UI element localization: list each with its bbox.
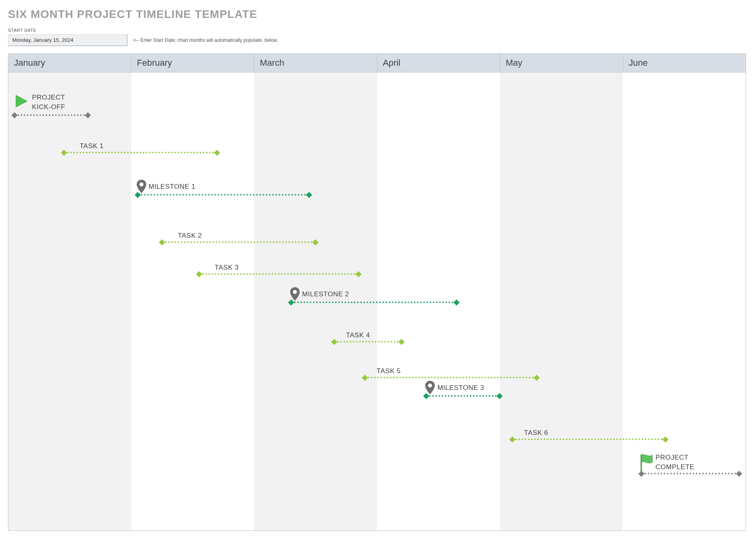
item-milestone3: MILESTONE 3 (426, 395, 500, 397)
chart-body: PROJECT KICK-OFF TASK 1 MILESTONE 1 TASK… (8, 72, 746, 531)
play-icon (14, 94, 29, 109)
milestone3-label: MILESTONE 3 (437, 384, 484, 392)
item-task4: TASK 4 (334, 331, 402, 343)
timeline-chart: January February March April May June PR… (8, 53, 746, 531)
svg-point-2 (293, 290, 297, 294)
month-may: May (500, 54, 623, 72)
kickoff-label-1: PROJECT (32, 94, 65, 102)
start-date-label: START DATE (8, 28, 746, 33)
task5-label: TASK 5 (377, 367, 537, 375)
item-complete: PROJECT COMPLETE (641, 473, 740, 474)
milestone2-label: MILESTONE 2 (302, 290, 349, 298)
item-task2: TASK 2 (162, 232, 315, 243)
month-june: June (623, 54, 746, 72)
start-date-hint: <-- Enter Start Date; chart months will … (133, 37, 278, 43)
kickoff-label-2: KICK-OFF (32, 103, 65, 111)
complete-label-2: COMPLETE (656, 463, 695, 471)
item-task1: TASK 1 (64, 142, 217, 153)
task3-label: TASK 3 (215, 264, 359, 272)
page-title: SIX MONTH PROJECT TIMELINE TEMPLATE (8, 8, 746, 21)
complete-label-1: PROJECT (656, 454, 695, 462)
start-date-input[interactable] (8, 34, 128, 46)
month-january: January (8, 54, 132, 72)
month-march: March (254, 54, 377, 72)
item-task6: TASK 6 (512, 429, 666, 440)
item-milestone1: MILESTONE 1 (137, 194, 310, 196)
month-header: January February March April May June (8, 54, 746, 72)
item-milestone2: MILESTONE 2 (291, 302, 457, 303)
svg-point-3 (428, 384, 432, 388)
task4-label: TASK 4 (346, 331, 402, 339)
start-date-row: <-- Enter Start Date; chart months will … (8, 34, 746, 46)
month-april: April (377, 54, 501, 72)
task2-label: TASK 2 (178, 232, 315, 240)
task6-label: TASK 6 (524, 429, 666, 437)
month-february: February (132, 54, 255, 72)
flag-icon (639, 454, 654, 472)
svg-marker-0 (16, 95, 27, 107)
milestone1-label: MILESTONE 1 (149, 183, 196, 191)
svg-point-1 (139, 182, 143, 186)
item-kickoff: PROJECT KICK-OFF (14, 114, 88, 116)
item-task3: TASK 3 (199, 264, 359, 275)
item-task5: TASK 5 (365, 367, 537, 378)
task1-label: TASK 1 (80, 142, 217, 150)
